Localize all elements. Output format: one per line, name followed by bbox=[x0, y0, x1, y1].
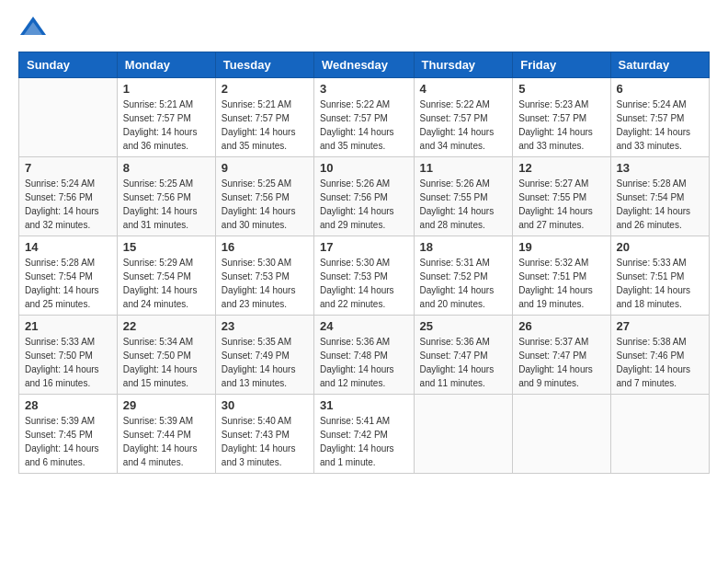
day-number: 4 bbox=[420, 82, 507, 96]
calendar-cell: 28Sunrise: 5:39 AMSunset: 7:45 PMDayligh… bbox=[19, 395, 118, 474]
calendar-cell bbox=[610, 395, 709, 474]
calendar-cell: 19Sunrise: 5:32 AMSunset: 7:51 PMDayligh… bbox=[513, 236, 610, 316]
calendar-cell: 27Sunrise: 5:38 AMSunset: 7:46 PMDayligh… bbox=[610, 316, 709, 395]
day-info: Sunrise: 5:30 AMSunset: 7:53 PMDaylight:… bbox=[222, 256, 308, 311]
day-info: Sunrise: 5:41 AMSunset: 7:42 PMDaylight:… bbox=[320, 414, 408, 469]
logo bbox=[18, 15, 51, 40]
calendar-header-row: SundayMondayTuesdayWednesdayThursdayFrid… bbox=[19, 52, 710, 78]
day-info: Sunrise: 5:25 AMSunset: 7:56 PMDaylight:… bbox=[222, 177, 308, 232]
column-header-saturday: Saturday bbox=[610, 52, 709, 78]
day-number: 6 bbox=[617, 82, 703, 96]
calendar-cell: 10Sunrise: 5:26 AMSunset: 7:56 PMDayligh… bbox=[314, 157, 415, 236]
day-number: 28 bbox=[25, 398, 111, 412]
day-number: 7 bbox=[25, 161, 111, 175]
calendar-cell: 30Sunrise: 5:40 AMSunset: 7:43 PMDayligh… bbox=[215, 395, 313, 474]
calendar-cell: 14Sunrise: 5:28 AMSunset: 7:54 PMDayligh… bbox=[19, 236, 118, 316]
day-number: 12 bbox=[518, 161, 604, 175]
day-number: 18 bbox=[420, 240, 507, 254]
day-info: Sunrise: 5:22 AMSunset: 7:57 PMDaylight:… bbox=[320, 98, 408, 153]
day-info: Sunrise: 5:33 AMSunset: 7:50 PMDaylight:… bbox=[25, 335, 111, 390]
day-info: Sunrise: 5:28 AMSunset: 7:54 PMDaylight:… bbox=[617, 177, 703, 232]
day-number: 27 bbox=[617, 319, 703, 333]
column-header-sunday: Sunday bbox=[19, 52, 118, 78]
day-number: 16 bbox=[222, 240, 308, 254]
calendar-cell: 3Sunrise: 5:22 AMSunset: 7:57 PMDaylight… bbox=[314, 78, 415, 157]
day-info: Sunrise: 5:36 AMSunset: 7:48 PMDaylight:… bbox=[320, 335, 408, 390]
day-number: 20 bbox=[617, 240, 703, 254]
calendar-week-row: 7Sunrise: 5:24 AMSunset: 7:56 PMDaylight… bbox=[19, 157, 710, 236]
day-info: Sunrise: 5:26 AMSunset: 7:55 PMDaylight:… bbox=[420, 177, 507, 232]
day-info: Sunrise: 5:21 AMSunset: 7:57 PMDaylight:… bbox=[222, 98, 308, 153]
day-number: 17 bbox=[320, 240, 408, 254]
calendar-cell: 25Sunrise: 5:36 AMSunset: 7:47 PMDayligh… bbox=[414, 316, 513, 395]
calendar-cell: 11Sunrise: 5:26 AMSunset: 7:55 PMDayligh… bbox=[414, 157, 513, 236]
day-number: 3 bbox=[320, 82, 408, 96]
day-number: 2 bbox=[222, 82, 308, 96]
day-number: 11 bbox=[420, 161, 507, 175]
day-number: 26 bbox=[518, 319, 604, 333]
column-header-thursday: Thursday bbox=[414, 52, 513, 78]
calendar-cell: 5Sunrise: 5:23 AMSunset: 7:57 PMDaylight… bbox=[513, 78, 610, 157]
day-number: 22 bbox=[123, 319, 210, 333]
calendar-cell: 23Sunrise: 5:35 AMSunset: 7:49 PMDayligh… bbox=[215, 316, 313, 395]
calendar-cell: 4Sunrise: 5:22 AMSunset: 7:57 PMDaylight… bbox=[414, 78, 513, 157]
day-info: Sunrise: 5:34 AMSunset: 7:50 PMDaylight:… bbox=[123, 335, 210, 390]
calendar-cell: 13Sunrise: 5:28 AMSunset: 7:54 PMDayligh… bbox=[610, 157, 709, 236]
calendar-cell: 31Sunrise: 5:41 AMSunset: 7:42 PMDayligh… bbox=[314, 395, 415, 474]
calendar-week-row: 14Sunrise: 5:28 AMSunset: 7:54 PMDayligh… bbox=[19, 236, 710, 316]
day-info: Sunrise: 5:30 AMSunset: 7:53 PMDaylight:… bbox=[320, 256, 408, 311]
day-info: Sunrise: 5:27 AMSunset: 7:55 PMDaylight:… bbox=[518, 177, 604, 232]
calendar-cell: 21Sunrise: 5:33 AMSunset: 7:50 PMDayligh… bbox=[19, 316, 118, 395]
column-header-tuesday: Tuesday bbox=[215, 52, 313, 78]
day-number: 21 bbox=[25, 319, 111, 333]
calendar-cell: 7Sunrise: 5:24 AMSunset: 7:56 PMDaylight… bbox=[19, 157, 118, 236]
day-info: Sunrise: 5:36 AMSunset: 7:47 PMDaylight:… bbox=[420, 335, 507, 390]
day-info: Sunrise: 5:26 AMSunset: 7:56 PMDaylight:… bbox=[320, 177, 408, 232]
page-header bbox=[18, 15, 710, 40]
day-info: Sunrise: 5:40 AMSunset: 7:43 PMDaylight:… bbox=[222, 414, 308, 469]
calendar-cell: 24Sunrise: 5:36 AMSunset: 7:48 PMDayligh… bbox=[314, 316, 415, 395]
day-number: 31 bbox=[320, 398, 408, 412]
calendar-cell: 29Sunrise: 5:39 AMSunset: 7:44 PMDayligh… bbox=[117, 395, 215, 474]
calendar-cell bbox=[414, 395, 513, 474]
calendar-cell: 22Sunrise: 5:34 AMSunset: 7:50 PMDayligh… bbox=[117, 316, 215, 395]
day-number: 23 bbox=[222, 319, 308, 333]
day-info: Sunrise: 5:39 AMSunset: 7:44 PMDaylight:… bbox=[123, 414, 210, 469]
calendar-cell: 1Sunrise: 5:21 AMSunset: 7:57 PMDaylight… bbox=[117, 78, 215, 157]
calendar-cell: 12Sunrise: 5:27 AMSunset: 7:55 PMDayligh… bbox=[513, 157, 610, 236]
calendar-table: SundayMondayTuesdayWednesdayThursdayFrid… bbox=[18, 52, 710, 474]
calendar-cell: 8Sunrise: 5:25 AMSunset: 7:56 PMDaylight… bbox=[117, 157, 215, 236]
day-number: 30 bbox=[222, 398, 308, 412]
column-header-wednesday: Wednesday bbox=[314, 52, 415, 78]
calendar-cell: 20Sunrise: 5:33 AMSunset: 7:51 PMDayligh… bbox=[610, 236, 709, 316]
calendar-cell bbox=[513, 395, 610, 474]
day-number: 5 bbox=[518, 82, 604, 96]
day-info: Sunrise: 5:25 AMSunset: 7:56 PMDaylight:… bbox=[123, 177, 210, 232]
day-number: 24 bbox=[320, 319, 408, 333]
day-info: Sunrise: 5:23 AMSunset: 7:57 PMDaylight:… bbox=[518, 98, 604, 153]
day-info: Sunrise: 5:22 AMSunset: 7:57 PMDaylight:… bbox=[420, 98, 507, 153]
calendar-cell: 17Sunrise: 5:30 AMSunset: 7:53 PMDayligh… bbox=[314, 236, 415, 316]
day-number: 19 bbox=[518, 240, 604, 254]
day-info: Sunrise: 5:37 AMSunset: 7:47 PMDaylight:… bbox=[518, 335, 604, 390]
day-number: 14 bbox=[25, 240, 111, 254]
column-header-friday: Friday bbox=[513, 52, 610, 78]
day-info: Sunrise: 5:24 AMSunset: 7:56 PMDaylight:… bbox=[25, 177, 111, 232]
calendar-week-row: 21Sunrise: 5:33 AMSunset: 7:50 PMDayligh… bbox=[19, 316, 710, 395]
day-info: Sunrise: 5:33 AMSunset: 7:51 PMDaylight:… bbox=[617, 256, 703, 311]
calendar-week-row: 28Sunrise: 5:39 AMSunset: 7:45 PMDayligh… bbox=[19, 395, 710, 474]
day-info: Sunrise: 5:38 AMSunset: 7:46 PMDaylight:… bbox=[617, 335, 703, 390]
day-info: Sunrise: 5:21 AMSunset: 7:57 PMDaylight:… bbox=[123, 98, 210, 153]
day-number: 10 bbox=[320, 161, 408, 175]
calendar-cell: 6Sunrise: 5:24 AMSunset: 7:57 PMDaylight… bbox=[610, 78, 709, 157]
calendar-week-row: 1Sunrise: 5:21 AMSunset: 7:57 PMDaylight… bbox=[19, 78, 710, 157]
day-number: 29 bbox=[123, 398, 210, 412]
calendar-cell: 16Sunrise: 5:30 AMSunset: 7:53 PMDayligh… bbox=[215, 236, 313, 316]
day-info: Sunrise: 5:32 AMSunset: 7:51 PMDaylight:… bbox=[518, 256, 604, 311]
calendar-cell: 18Sunrise: 5:31 AMSunset: 7:52 PMDayligh… bbox=[414, 236, 513, 316]
calendar-cell: 2Sunrise: 5:21 AMSunset: 7:57 PMDaylight… bbox=[215, 78, 313, 157]
day-info: Sunrise: 5:35 AMSunset: 7:49 PMDaylight:… bbox=[222, 335, 308, 390]
logo-icon bbox=[18, 15, 48, 40]
day-info: Sunrise: 5:24 AMSunset: 7:57 PMDaylight:… bbox=[617, 98, 703, 153]
day-number: 1 bbox=[123, 82, 210, 96]
